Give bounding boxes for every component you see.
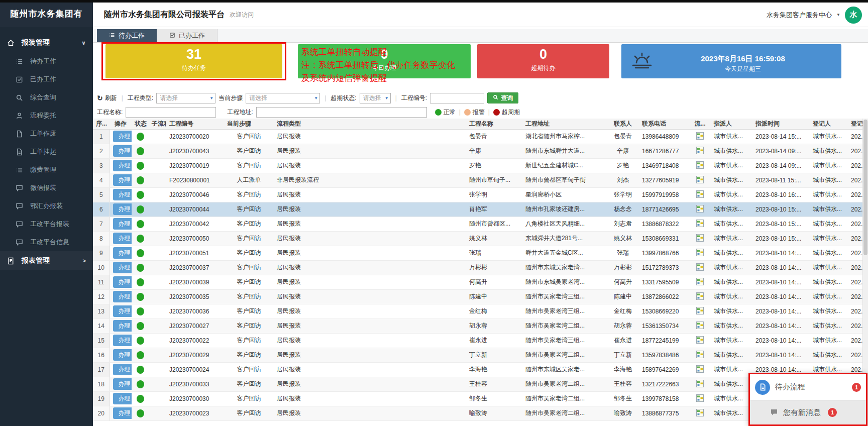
project-code-input[interactable] — [430, 93, 484, 103]
cell-flow-icon[interactable] — [689, 158, 711, 173]
handle-button[interactable]: 办理 — [113, 320, 132, 332]
table-row[interactable]: 10办理J20230700037客户回访居民报装万彬彬随州市东城吴家老湾...万… — [93, 260, 868, 275]
handle-button[interactable]: 办理 — [113, 174, 132, 186]
sidebar-item-报表管理[interactable]: 报表管理> — [0, 251, 93, 270]
flow-chart-icon[interactable] — [696, 178, 704, 185]
cell-flow-icon[interactable] — [689, 144, 711, 158]
flow-chart-icon[interactable] — [696, 222, 704, 229]
table-row[interactable]: 6办理J20230700044客户回访居民报装肖艳军随州市孔家坡还建房...杨念… — [93, 202, 868, 217]
cell-flow-icon[interactable] — [689, 304, 711, 318]
sidebar-item-微信报装[interactable]: 微信报装 — [0, 179, 93, 197]
handle-button[interactable]: 办理 — [113, 291, 132, 302]
cell-flow-icon[interactable] — [689, 377, 711, 391]
flow-chart-icon[interactable] — [696, 309, 704, 316]
flow-chart-icon[interactable] — [696, 396, 704, 403]
cell-flow-icon[interactable] — [689, 406, 711, 420]
sidebar-item-缴费管理[interactable]: 缴费管理 — [0, 161, 93, 179]
sidebar-item-鄂汇办报装[interactable]: 鄂汇办报装 — [0, 197, 93, 215]
chevron-down-icon[interactable]: ▼ — [836, 13, 840, 17]
search-button[interactable]: 查询 — [487, 92, 518, 103]
cell-flow-icon[interactable] — [689, 187, 711, 202]
sidebar-item-工改平台报装[interactable]: 工改平台报装 — [0, 215, 93, 233]
user-menu[interactable]: 水务集团客户服务中心 — [767, 11, 832, 20]
flow-chart-icon[interactable] — [696, 382, 704, 389]
table-row[interactable]: 11办理J20230700039客户回访居民报装何高升随州市东城吴家老湾...何… — [93, 275, 868, 289]
flow-chart-icon[interactable] — [696, 265, 704, 272]
cell-flow-icon[interactable] — [689, 289, 711, 304]
table-row[interactable]: 13办理J20230700036客户回访居民报装金红梅随州市吴家老湾三组...金… — [93, 304, 868, 318]
flow-chart-icon[interactable] — [696, 294, 704, 301]
cell-flow-icon[interactable] — [689, 173, 711, 187]
handle-button[interactable]: 办理 — [113, 203, 132, 215]
cell-flow-icon[interactable] — [689, 202, 711, 217]
cell-flow-icon[interactable] — [689, 348, 711, 362]
sidebar-item-流程委托[interactable]: 流程委托 — [0, 106, 93, 125]
current-step-select[interactable]: 请选择 ▼ — [246, 93, 320, 103]
handle-button[interactable]: 办理 — [113, 131, 132, 142]
handle-button[interactable]: 办理 — [113, 364, 132, 375]
scrollbar-thumb[interactable] — [863, 120, 867, 255]
cell-flow-icon[interactable] — [689, 217, 711, 231]
flow-chart-icon[interactable] — [696, 134, 704, 141]
handle-button[interactable]: 办理 — [113, 407, 132, 419]
handle-button[interactable]: 办理 — [113, 218, 132, 230]
todo-flow-notification[interactable]: 待办流程 1 — [750, 374, 866, 400]
sidebar-item-综合查询[interactable]: 综合查询 — [0, 88, 93, 106]
table-row[interactable]: 9办理J20230700051客户回访居民报装张瑞舜井大道五金城C区...张瑞1… — [93, 246, 868, 260]
flow-chart-icon[interactable] — [696, 367, 704, 374]
cell-flow-icon[interactable] — [689, 231, 711, 246]
flow-chart-icon[interactable] — [696, 251, 704, 258]
cell-flow-icon[interactable] — [689, 129, 711, 144]
table-row[interactable]: 12办理J20230700035客户回访居民报装陈建中随州市吴家老湾三组...陈… — [93, 289, 868, 304]
handle-button[interactable]: 办理 — [113, 276, 132, 288]
table-row[interactable]: 4办理F20230800001人工派单非居民报装流程随州市草甸子...随州市曾都… — [93, 173, 868, 187]
sidebar-item-待办工作[interactable]: 待办工作 — [0, 52, 93, 70]
table-row[interactable]: 16办理J20230700029客户回访居民报装丁立新随州市吴家老湾二组...丁… — [93, 348, 868, 362]
flow-chart-icon[interactable] — [696, 338, 704, 345]
flow-chart-icon[interactable] — [696, 236, 704, 243]
flow-chart-icon[interactable] — [696, 163, 704, 170]
flow-chart-icon[interactable] — [696, 280, 704, 287]
handle-button[interactable]: 办理 — [113, 349, 132, 361]
handle-button[interactable]: 办理 — [113, 305, 132, 317]
handle-button[interactable]: 办理 — [113, 160, 132, 171]
handle-button[interactable]: 办理 — [113, 393, 132, 404]
tab-todo-work[interactable]: 待办工作 — [97, 29, 157, 42]
sidebar-item-报装管理[interactable]: 报装管理∨ — [0, 33, 93, 52]
overdue-status-select[interactable]: 请选择 ▼ — [360, 93, 391, 103]
new-message-notification[interactable]: 您有新消息 1 — [750, 400, 866, 424]
flow-chart-icon[interactable] — [696, 353, 704, 360]
handle-button[interactable]: 办理 — [113, 335, 132, 346]
sidebar-item-工单挂起[interactable]: 工单挂起 — [0, 143, 93, 161]
table-row[interactable]: 8办理J20230700050客户回访居民报装姚义林东城舜井大道281号...姚… — [93, 231, 868, 246]
handle-button[interactable]: 办理 — [113, 247, 132, 259]
flow-chart-icon[interactable] — [696, 411, 704, 418]
overdue-card[interactable]: 0 超期待办 — [477, 44, 609, 78]
cell-flow-icon[interactable] — [689, 260, 711, 275]
sidebar-item-工单作废[interactable]: 工单作废 — [0, 125, 93, 143]
table-row[interactable]: 1办理J20230700020客户回访居民报装包晏青湖北省随州市马家榨...包晏… — [93, 129, 868, 144]
cell-flow-icon[interactable] — [689, 333, 711, 348]
handle-button[interactable]: 办理 — [113, 189, 132, 200]
project-address-input[interactable] — [256, 107, 427, 118]
avatar[interactable]: 水 — [845, 7, 862, 24]
table-row[interactable]: 14办理J20230700027客户回访居民报装胡永蓉随州市吴家老湾二组...胡… — [93, 318, 868, 333]
tab-done-work[interactable]: 已办工作 — [157, 29, 218, 42]
table-row[interactable]: 15办理J20230700022客户回访居民报装崔永进随州市吴家老湾三组...崔… — [93, 333, 868, 348]
handle-button[interactable]: 办理 — [113, 145, 132, 157]
cell-flow-icon[interactable] — [689, 246, 711, 260]
table-row[interactable]: 7办理J20230700042客户回访居民报装随州市曾都区...八角楼社区天风精… — [93, 217, 868, 231]
flow-chart-icon[interactable] — [696, 192, 704, 199]
cell-flow-icon[interactable] — [689, 362, 711, 377]
flow-chart-icon[interactable] — [696, 149, 704, 156]
table-row[interactable]: 5办理J20230700046客户回访居民报装张学明星润廊桥小区张学明15997… — [93, 187, 868, 202]
project-name-input[interactable] — [126, 107, 216, 118]
table-row[interactable]: 2办理J20230700043客户回访居民报装辛康随州市东城舜井大道...辛康1… — [93, 144, 868, 158]
cell-flow-icon[interactable] — [689, 391, 711, 406]
cell-flow-icon[interactable] — [689, 275, 711, 289]
sidebar-item-已办工作[interactable]: 已办工作 — [0, 70, 93, 88]
table-row[interactable]: 3办理J20230700019客户回访居民报装罗艳新世纪五金建材城C...罗艳1… — [93, 158, 868, 173]
refresh-button[interactable]: ↻ 刷新 — [97, 94, 117, 102]
project-type-select[interactable]: 请选择 ▼ — [156, 93, 215, 103]
flow-chart-icon[interactable] — [696, 324, 704, 331]
